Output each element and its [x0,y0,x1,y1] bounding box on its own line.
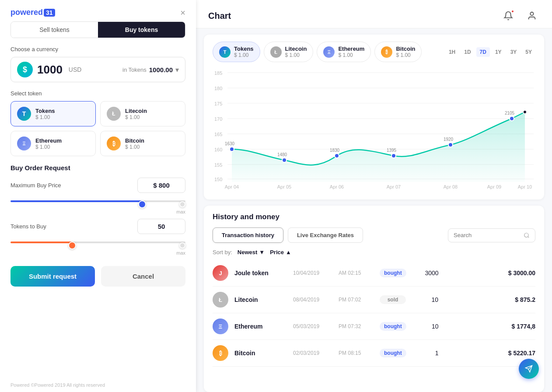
svg-text:185: 185 [214,70,222,76]
time-1y[interactable]: 1Y [492,47,505,57]
user-profile-button[interactable] [524,8,540,24]
litecoin-tab-name: Litecoin [285,46,307,52]
token-card-tokens[interactable]: T Tokens $ 1.00 [10,101,96,126]
history-section: History and money Transaction history Li… [204,206,544,392]
time-1d[interactable]: 1D [461,47,474,57]
svg-text:150: 150 [214,177,222,182]
sort-by-newest[interactable]: Newest ▼ [238,249,265,256]
notification-button[interactable] [500,8,516,24]
svg-text:2105: 2105 [505,111,515,116]
table-row: Ł Litecoin 08/04/2019 PM 07:02 sold 10 $… [213,287,535,313]
ethereum-icon: Ξ [17,136,31,150]
svg-text:Apr 08: Apr 08 [444,184,458,189]
tx-type-joule: bought [380,269,406,277]
coin-tab-ethereum[interactable]: Ξ Ethereum $ 1.00 [317,42,371,62]
close-button[interactable]: × [180,8,185,17]
search-input[interactable] [454,232,520,238]
svg-text:1830: 1830 [330,148,340,153]
litecoin-tx-icon: Ł [213,292,228,308]
sort-price-label: Price [270,249,284,256]
token-card-bitcoin[interactable]: ₿ Bitcoin $ 1.00 [100,131,185,156]
tx-amount-ethereum: $ 1774,8 [512,323,536,330]
ethereum-tab-name: Ethereum [338,46,364,52]
chart-tabs: T Tokens $ 1.00 Ł Litecoin $ 1.00 Ξ Ethe… [213,42,535,62]
token-card-litecoin[interactable]: Ł Litecoin $ 1.00 [100,101,185,126]
transaction-history-tab[interactable]: Transaction history [213,228,283,243]
token-grid: T Tokens $ 1.00 Ł Litecoin $ 1.00 Ξ Ethe… [10,101,185,156]
buy-order-title: Buy Order Request [10,164,185,172]
max-price-row: Maximum Buy Price [10,178,185,193]
time-3y[interactable]: 3Y [507,47,521,57]
chart-svg-wrapper: 185 180 175 170 165 160 155 150 [213,68,535,192]
tokens-to-buy-input[interactable] [137,219,185,234]
tokens-slider-thumb[interactable] [68,242,76,249]
currency-code: USD [69,66,82,73]
currency-left: $ 1000 USD [17,62,81,77]
max-price-slider-thumb[interactable] [138,200,146,208]
tx-date-bitcoin: 02/03/2019 [293,350,332,356]
tokens-icon: T [17,107,31,121]
select-token-label: Select token [10,90,185,97]
time-7d[interactable]: 7D [476,47,490,57]
svg-point-17 [230,147,234,151]
svg-point-29 [523,110,527,114]
tx-qty-ethereum: 10 [412,323,439,330]
token-price-ethereum: $ 1.00 [35,144,62,150]
svg-text:155: 155 [214,162,222,168]
dollar-icon: $ [17,62,33,77]
ethereum-tab-icon: Ξ [323,46,335,58]
fab-button[interactable] [519,359,539,379]
right-header: Chart [196,0,552,28]
tx-time-litecoin: PM 07:02 [339,297,374,303]
svg-text:1395: 1395 [387,148,397,153]
time-1h[interactable]: 1H [445,47,459,57]
submit-request-button[interactable]: Submit request [10,266,95,287]
svg-text:175: 175 [214,101,222,106]
svg-text:1630: 1630 [225,141,235,146]
tx-name-ethereum: Ethereum [234,323,287,330]
tokens-slider-max-dot [179,242,185,248]
currency-row[interactable]: $ 1000 USD in Tokens 1000.00 ▾ [10,57,185,82]
max-price-label: Maximum Buy Price [10,182,61,189]
ethereum-tab-price: $ 1.00 [338,52,364,58]
coin-tab-tokens[interactable]: T Tokens $ 1.00 [213,42,260,62]
max-price-input[interactable] [137,178,185,193]
sell-tokens-tab[interactable]: Sell tokens [11,22,98,38]
tx-name-bitcoin: Bitcoin [234,350,287,357]
logo-num: 31 [44,9,55,17]
tokens-tab-icon: T [219,46,231,58]
logo: powered31 [10,8,55,17]
time-5y[interactable]: 5Y [522,47,535,57]
sort-by-price[interactable]: Price ▲ [270,249,291,256]
buy-tokens-tab[interactable]: Buy tokens [98,22,185,38]
svg-point-25 [448,143,453,147]
notification-dot [511,10,514,13]
svg-text:Apr 10: Apr 10 [518,184,532,189]
token-price-litecoin: $ 1.00 [125,114,147,120]
tokens-tab-price: $ 1.00 [234,52,254,58]
history-search[interactable] [448,228,535,242]
tx-time-joule: AM 02:15 [339,270,374,276]
live-exchange-rates-tab[interactable]: Live Exchange Rates [288,228,363,243]
sort-newest-label: Newest [238,249,258,256]
bitcoin-tab-info: Bitcoin $ 1.00 [396,46,415,58]
bitcoin-tab-name: Bitcoin [396,46,415,52]
token-card-ethereum[interactable]: Ξ Ethereum $ 1.00 [10,131,96,156]
tx-type-bitcoin: bought [380,349,406,357]
coin-tab-bitcoin[interactable]: ₿ Bitcoin $ 1.00 [374,42,422,62]
chart-section: T Tokens $ 1.00 Ł Litecoin $ 1.00 Ξ Ethe… [204,35,544,200]
max-price-slider-max-dot [179,201,185,207]
tx-time-ethereum: PM 07:32 [339,323,374,329]
cancel-button[interactable]: Cancel [101,266,185,287]
header-icons [500,8,540,24]
tokens-slider-track [10,242,185,243]
svg-text:170: 170 [214,116,222,122]
bitcoin-tx-icon: ₿ [213,345,228,361]
token-price-tokens: $ 1.00 [35,114,55,120]
max-price-slider-container: max [10,197,185,214]
ethereum-tab-info: Ethereum $ 1.00 [338,46,364,58]
tx-type-litecoin: sold [380,295,406,304]
coin-tab-litecoin[interactable]: Ł Litecoin $ 1.00 [264,42,314,62]
logo-text: powered [10,8,43,17]
tx-amount-litecoin: $ 875.2 [515,296,535,303]
